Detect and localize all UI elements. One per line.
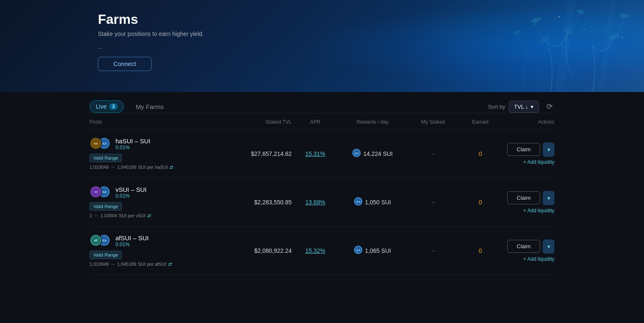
add-liquidity-link-vsui-sui[interactable]: + Add liquidity <box>523 208 554 214</box>
tab-my-farms[interactable]: My Farms <box>134 101 165 113</box>
range-arrow-icon: ↔ <box>94 213 99 219</box>
sort-container: Sort by TVL ↓ ▾ <box>488 101 539 113</box>
range-unit: SUI per vSUI <box>119 213 146 218</box>
tab-live[interactable]: Live 3 <box>90 100 124 113</box>
staked-tvl-hasui-sui: $27,657,214.62 <box>251 150 292 157</box>
token-icon-1-vsui-sui: VS <box>90 186 102 198</box>
apr-afsui-sui[interactable]: 15.32% <box>305 247 325 254</box>
farm-name-vsui-sui: vSUI – SUI <box>115 186 146 193</box>
range-values-hasui-sui: 1.010049 ↔ 1.045189 SUI per haSUI ⇄ <box>90 164 224 170</box>
valid-range-tag-hasui-sui: Valid Range <box>90 154 122 162</box>
apr-vsui-sui[interactable]: 13.68% <box>305 199 325 206</box>
header-apr: APR <box>292 119 339 125</box>
my-staked-hasui-sui: -- <box>431 150 435 157</box>
range-min: 1.010049 <box>90 165 109 170</box>
valid-range-tag-afsui-sui: Valid Range <box>90 251 122 259</box>
svg-text:SUI: SUI <box>102 191 107 193</box>
swap-icon: ⇄ <box>147 213 151 219</box>
chevron-down-icon: ▾ <box>547 195 550 201</box>
farm-fee-vsui-sui: 0.01% <box>115 193 146 199</box>
add-liquidity-link-hasui-sui[interactable]: + Add liquidity <box>523 159 554 165</box>
refresh-button[interactable]: ⟳ <box>545 101 554 112</box>
farm-pool-info-afsui-sui: AF SUI afSUI – SUI 0.01% Valid Range 1.0… <box>90 234 224 267</box>
header-rewards-per-day: Rewards / day <box>339 119 406 125</box>
farm-fee-afsui-sui: 0.01% <box>115 242 149 247</box>
hero-section: Farms Stake your positions to earn highe… <box>0 0 644 92</box>
farms-list: HA SUI haSUI – SUI 0.01% Valid Range 1.0… <box>90 130 554 275</box>
apr-hasui-sui[interactable]: 15.31% <box>305 150 325 157</box>
header-earned: Earned <box>460 119 501 125</box>
range-values-vsui-sui: 1 ↔ 1.03004 SUI per vSUI ⇄ <box>90 213 224 219</box>
token-icons-afsui-sui: AF SUI <box>90 234 111 247</box>
claim-button-hasui-sui[interactable]: Claim <box>507 143 540 156</box>
svg-text:AF: AF <box>94 239 97 242</box>
farm-pool-info-hasui-sui: HA SUI haSUI – SUI 0.01% Valid Range 1.0… <box>90 137 224 170</box>
farm-row-vsui-sui: VS SUI vSUI – SUI 0.01% Valid Range 1 ↔ … <box>90 178 554 226</box>
swap-icon: ⇄ <box>169 165 173 170</box>
rewards-vsui-sui: SUI 1,050 SUI <box>354 197 391 207</box>
svg-text:HA: HA <box>94 142 98 145</box>
token-icons-vsui-sui: VS SUI <box>90 186 111 199</box>
actions-row-vsui-sui: Claim ▾ <box>507 191 554 205</box>
range-arrow-icon: ↔ <box>110 164 115 170</box>
dropdown-button-hasui-sui[interactable]: ▾ <box>543 142 554 157</box>
page-title: Farms <box>98 12 644 27</box>
svg-text:SUI: SUI <box>354 152 359 155</box>
farm-row-hasui-sui: HA SUI haSUI – SUI 0.01% Valid Range 1.0… <box>90 130 554 178</box>
actions-cell-afsui-sui: Claim ▾ + Add liquidity <box>500 239 554 262</box>
main-content: Live 3 My Farms Sort by TVL ↓ ▾ ⟳ Pools … <box>0 92 644 323</box>
farm-name-hasui-sui: haSUI – SUI <box>115 137 150 145</box>
rewards-amount-hasui-sui: 14,224 SUI <box>363 150 393 157</box>
actions-row-hasui-sui: Claim ▾ <box>507 142 554 157</box>
add-liquidity-link-afsui-sui[interactable]: + Add liquidity <box>523 256 554 262</box>
range-arrow-icon: ↔ <box>110 261 115 267</box>
sui-reward-icon-afsui-sui: SUI <box>354 246 362 255</box>
sort-select[interactable]: TVL ↓ ▾ <box>509 101 539 113</box>
token-icons-hasui-sui: HA SUI <box>90 137 111 150</box>
staked-tvl-afsui-sui: $2,080,922.24 <box>254 247 292 254</box>
token-icon-1-hasui-sui: HA <box>90 137 102 150</box>
my-staked-vsui-sui: -- <box>431 199 435 206</box>
claim-button-vsui-sui[interactable]: Claim <box>507 191 540 204</box>
svg-text:VS: VS <box>94 191 98 193</box>
farm-name-afsui-sui: afSUI – SUI <box>115 234 149 242</box>
hero-dashes: -- <box>98 45 644 51</box>
range-min: 1.010049 <box>90 262 109 267</box>
earned-vsui-sui: 0 <box>479 199 482 206</box>
range-unit: SUI per afSUI <box>138 262 167 267</box>
tab-live-badge: 3 <box>109 103 118 110</box>
range-max: 1.03004 <box>100 213 117 218</box>
actions-cell-hasui-sui: Claim ▾ + Add liquidity <box>500 142 554 165</box>
actions-cell-vsui-sui: Claim ▾ + Add liquidity <box>500 191 554 214</box>
my-staked-afsui-sui: -- <box>431 247 435 254</box>
dropdown-button-afsui-sui[interactable]: ▾ <box>543 239 554 254</box>
header-pools: Pools <box>90 119 224 125</box>
rewards-amount-afsui-sui: 1,065 SUI <box>365 247 391 254</box>
claim-button-afsui-sui[interactable]: Claim <box>507 240 540 253</box>
swap-icon: ⇄ <box>168 262 172 267</box>
earned-afsui-sui: 0 <box>479 247 482 254</box>
sui-reward-icon-hasui-sui: SUI <box>352 149 361 158</box>
tabs-bar: Live 3 My Farms Sort by TVL ↓ ▾ ⟳ <box>90 92 554 113</box>
tab-live-label: Live <box>96 103 107 110</box>
hero-content: Farms Stake your positions to earn highe… <box>0 0 644 71</box>
earned-hasui-sui: 0 <box>479 150 482 157</box>
farm-fee-hasui-sui: 0.01% <box>115 145 150 150</box>
range-values-afsui-sui: 1.010049 ↔ 1.045189 SUI per afSUI ⇄ <box>90 261 224 267</box>
connect-button[interactable]: Connect <box>98 57 151 71</box>
header-actions: Actions <box>500 119 554 125</box>
table-header: Pools Staked TVL APR Rewards / day My St… <box>90 113 554 130</box>
farm-row-afsui-sui: AF SUI afSUI – SUI 0.01% Valid Range 1.0… <box>90 226 554 275</box>
farm-pool-info-vsui-sui: VS SUI vSUI – SUI 0.01% Valid Range 1 ↔ … <box>90 186 224 219</box>
header-staked-tvl: Staked TVL <box>224 119 292 125</box>
range-unit: SUI per haSUI <box>138 165 168 170</box>
dropdown-button-vsui-sui[interactable]: ▾ <box>543 191 554 205</box>
svg-text:SUI: SUI <box>356 201 360 203</box>
token-icon-1-afsui-sui: AF <box>90 234 102 247</box>
range-min: 1 <box>90 213 92 218</box>
svg-text:SUI: SUI <box>102 142 107 145</box>
header-my-staked: My Staked <box>406 119 460 125</box>
farms-table: Pools Staked TVL APR Rewards / day My St… <box>90 113 554 275</box>
rewards-hasui-sui: SUI 14,224 SUI <box>352 149 393 158</box>
staked-tvl-vsui-sui: $2,283,550.85 <box>254 199 292 206</box>
